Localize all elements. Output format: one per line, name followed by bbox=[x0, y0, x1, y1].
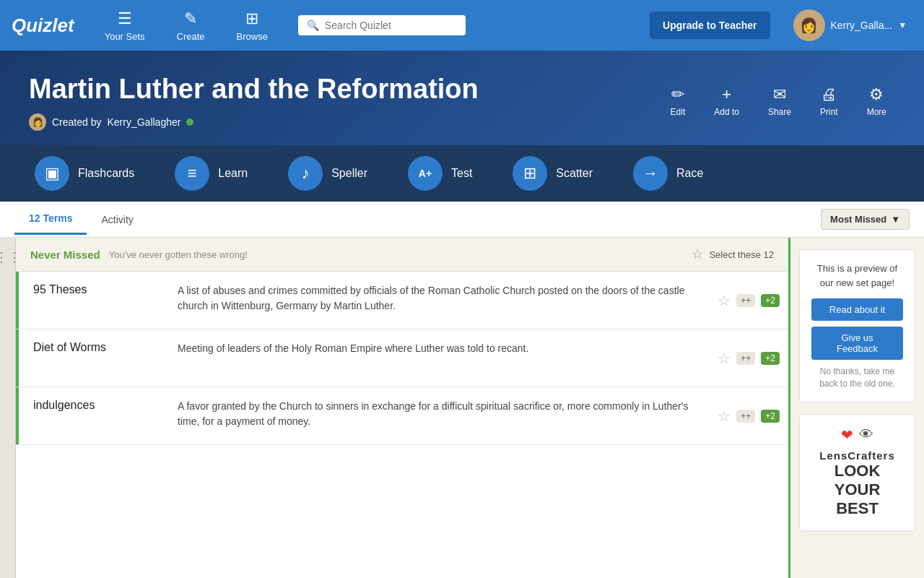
favorite-star-icon[interactable]: ☆ bbox=[718, 292, 731, 309]
browse-icon: ⊞ bbox=[245, 9, 258, 28]
search-input[interactable] bbox=[325, 20, 457, 31]
table-row: Diet of Worms Meeting of leaders of the … bbox=[16, 329, 788, 387]
search-bar: 🔍 bbox=[298, 15, 466, 35]
feedback-button[interactable]: Give us Feedback bbox=[811, 327, 903, 360]
your-sets-label: Your Sets bbox=[105, 31, 145, 42]
heart-icon: ❤ bbox=[841, 426, 853, 444]
author-avatar: 👩 bbox=[29, 113, 46, 131]
chevron-down-icon: ▼ bbox=[898, 20, 907, 30]
create-icon: ✎ bbox=[184, 9, 197, 28]
scatter-label: Scatter bbox=[556, 167, 593, 180]
user-menu[interactable]: 👩 Kerry_Galla... ▼ bbox=[788, 7, 912, 44]
table-row: indulgences A favor granted by the Churc… bbox=[16, 387, 788, 445]
ad-card: ❤ 👁 LensCrafters LOOKYOURBEST bbox=[799, 414, 915, 531]
no-thanks-link[interactable]: No thanks, take me back to the old one. bbox=[811, 366, 903, 390]
ad-logo: ❤ 👁 bbox=[811, 426, 903, 444]
favorite-star-icon[interactable]: ☆ bbox=[718, 407, 731, 425]
term-content: 95 Theses A list of abuses and crimes co… bbox=[19, 272, 709, 329]
sidebar-handle[interactable]: ⋮⋮ bbox=[0, 238, 16, 578]
most-missed-label: Most Missed bbox=[830, 214, 886, 225]
read-about-button[interactable]: Read about it bbox=[811, 298, 903, 321]
test-mode[interactable]: A+ Test bbox=[388, 145, 492, 202]
browse-nav[interactable]: ⊞ Browse bbox=[230, 4, 275, 48]
logo[interactable]: Quizlet bbox=[12, 14, 74, 37]
study-modes-bar: ▣ Flashcards ≡ Learn ♪ Speller A+ Test ⊞… bbox=[0, 145, 924, 202]
search-icon: 🔍 bbox=[307, 20, 319, 31]
term-content: Diet of Worms Meeting of leaders of the … bbox=[19, 329, 709, 387]
add-to-label: Add to bbox=[714, 107, 739, 117]
race-icon: → bbox=[633, 156, 668, 191]
ad-tagline: LOOKYOURBEST bbox=[811, 462, 903, 519]
more-button[interactable]: ⚙ More bbox=[858, 79, 895, 123]
term-actions: ☆ ++ +2 bbox=[709, 329, 788, 387]
term-definition: Meeting of leaders of the Holy Roman Emp… bbox=[178, 341, 694, 356]
share-button[interactable]: ✉ Share bbox=[759, 79, 800, 123]
edit-label: Edit bbox=[671, 107, 686, 117]
add-icon: + bbox=[722, 85, 731, 104]
create-nav[interactable]: ✎ Create bbox=[170, 4, 212, 48]
flashcards-mode[interactable]: ▣ Flashcards bbox=[14, 145, 154, 202]
plus-plus-badge[interactable]: ++ bbox=[736, 352, 755, 365]
term-definition: A favor granted by the Church to sinners… bbox=[178, 399, 694, 429]
tab-activity[interactable]: Activity bbox=[87, 205, 147, 234]
online-indicator bbox=[186, 118, 193, 126]
hero-section: Martin Luther and the Reformation 👩 Crea… bbox=[0, 51, 924, 145]
select-these-label: Select these 12 bbox=[709, 249, 774, 260]
plus-2-badge[interactable]: +2 bbox=[761, 352, 780, 365]
term-content: indulgences A favor granted by the Churc… bbox=[19, 387, 709, 444]
never-missed-label: Never Missed bbox=[30, 249, 100, 261]
test-label: Test bbox=[451, 167, 472, 180]
never-missed-sub: You've never gotten these wrong! bbox=[109, 249, 248, 260]
created-by-text: Created by bbox=[52, 116, 101, 128]
term-word: Diet of Worms bbox=[33, 341, 163, 354]
plus-2-badge[interactable]: +2 bbox=[761, 294, 780, 307]
speller-mode[interactable]: ♪ Speller bbox=[268, 145, 388, 202]
your-sets-nav[interactable]: ☰ Your Sets bbox=[97, 4, 152, 48]
add-to-button[interactable]: + Add to bbox=[705, 79, 748, 123]
share-label: Share bbox=[768, 107, 791, 117]
terms-bar: 12 Terms Activity Most Missed ▼ bbox=[0, 202, 924, 238]
plus-plus-badge[interactable]: ++ bbox=[736, 410, 755, 423]
top-nav: Quizlet ☰ Your Sets ✎ Create ⊞ Browse 🔍 … bbox=[0, 0, 924, 51]
print-icon: 🖨 bbox=[821, 85, 837, 104]
print-label: Print bbox=[820, 107, 838, 117]
star-icon: ☆ bbox=[692, 246, 703, 262]
scatter-mode[interactable]: ⊞ Scatter bbox=[492, 145, 613, 202]
upgrade-button[interactable]: Upgrade to Teacher bbox=[650, 12, 770, 39]
hero-actions: ✏ Edit + Add to ✉ Share 🖨 Print ⚙ More bbox=[662, 79, 895, 123]
print-button[interactable]: 🖨 Print bbox=[811, 79, 847, 123]
term-actions: ☆ ++ +2 bbox=[709, 272, 788, 329]
plus-2-badge[interactable]: +2 bbox=[761, 410, 780, 423]
term-actions: ☆ ++ +2 bbox=[709, 387, 788, 444]
your-sets-icon: ☰ bbox=[118, 9, 132, 28]
main-content: ⋮⋮ Never Missed You've never gotten thes… bbox=[0, 238, 924, 578]
flashcards-icon: ▣ bbox=[35, 156, 69, 191]
flashcards-label: Flashcards bbox=[78, 167, 134, 180]
author-name: Kerry_Gallagher bbox=[107, 116, 180, 128]
learn-mode[interactable]: ≡ Learn bbox=[154, 145, 268, 202]
right-panel: This is a preview of our new set page! R… bbox=[790, 238, 924, 578]
test-icon: A+ bbox=[408, 156, 443, 191]
user-name: Kerry_Galla... bbox=[831, 20, 893, 31]
eye-icon: 👁 bbox=[859, 426, 873, 443]
term-word: indulgences bbox=[33, 399, 163, 412]
tab-terms[interactable]: 12 Terms bbox=[14, 204, 87, 235]
more-icon: ⚙ bbox=[869, 85, 884, 104]
select-these-button[interactable]: ☆ Select these 12 bbox=[692, 246, 774, 262]
plus-plus-badge[interactable]: ++ bbox=[736, 294, 755, 307]
term-word: 95 Theses bbox=[33, 283, 163, 296]
race-mode[interactable]: → Race bbox=[613, 145, 723, 202]
scatter-icon: ⊞ bbox=[513, 156, 547, 191]
learn-label: Learn bbox=[218, 167, 248, 180]
edit-button[interactable]: ✏ Edit bbox=[662, 79, 694, 123]
speller-label: Speller bbox=[331, 167, 367, 180]
browse-label: Browse bbox=[237, 31, 268, 42]
favorite-star-icon[interactable]: ☆ bbox=[718, 350, 731, 367]
edit-icon: ✏ bbox=[671, 85, 684, 104]
preview-text: This is a preview of our new set page! bbox=[811, 262, 903, 290]
hero-meta: 👩 Created by Kerry_Gallagher bbox=[29, 113, 479, 131]
share-icon: ✉ bbox=[773, 85, 786, 104]
term-definition: A list of abuses and crimes committed by… bbox=[178, 283, 694, 314]
most-missed-button[interactable]: Most Missed ▼ bbox=[821, 209, 910, 230]
terms-list: Never Missed You've never gotten these w… bbox=[16, 238, 790, 578]
